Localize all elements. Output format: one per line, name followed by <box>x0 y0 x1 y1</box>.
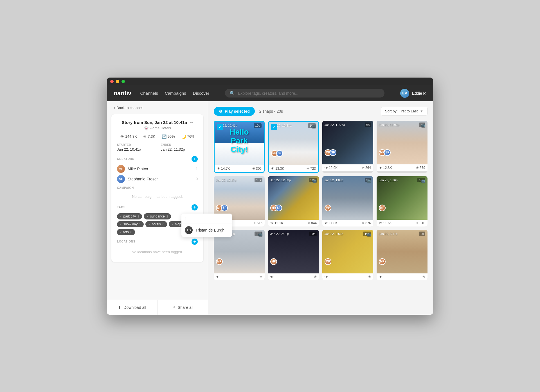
snapchat-icon: 👻 <box>144 126 148 130</box>
share-all-button[interactable]: ↗ Share all <box>158 300 208 315</box>
tag-tots[interactable]: × tots 0 <box>117 229 135 235</box>
download-all-button[interactable]: ⬇ Download all <box>107 300 158 315</box>
app-logo: naritiv <box>114 90 131 97</box>
snap-card-8[interactable]: Jan 22, 1:51p 10s 📹 MP 👁 ✳ <box>214 230 265 280</box>
video-icon-1: 📹 <box>311 124 316 128</box>
snap-checkbox-0[interactable]: ✓ <box>217 124 223 130</box>
close-button[interactable] <box>110 80 114 83</box>
video-icon-8: 📹 <box>258 232 262 237</box>
snap-card-2[interactable]: Jan 22, 11:25a 6s MP SF 👁 12.9K <box>322 121 373 173</box>
snap-card-3[interactable]: Jan 22, 12:02p 8s 📹 MP SF 👁 12.8K <box>377 121 428 173</box>
sort-dropdown[interactable]: Sort by: First to Last ▼ <box>381 107 428 115</box>
add-tag-button[interactable]: + <box>192 204 198 210</box>
snap-views-6: 👁 11.8K <box>325 221 338 225</box>
tags-header: TAGS + <box>117 204 198 210</box>
remove-tag-hotels[interactable]: × <box>148 223 150 226</box>
snap-card-11[interactable]: Jan 22, 3:17p 9s MP 👁 ✳ <box>377 230 428 280</box>
snap-views-8: 👁 <box>216 275 219 279</box>
chevron-down-icon: ▼ <box>420 109 423 113</box>
star-icon-small: ✳ <box>416 221 419 225</box>
snap-creators-11: MP <box>379 258 384 265</box>
remove-tag-park-city[interactable]: × <box>120 215 122 218</box>
creator-avatar-stephanie: SF <box>117 175 125 183</box>
snap-card-6[interactable]: Jan 22, 1:09p 6s 📹 MP 👁 11.8K <box>322 176 373 226</box>
snap-card-5[interactable]: Jan 22, 12:53p 10s 📹 MP SF 👁 12.1K <box>268 176 319 226</box>
snap-likes-8: ✳ <box>260 275 262 279</box>
snap-header-6: Jan 22, 1:09p 6s <box>322 176 373 183</box>
snap-thumbnail-10: Jan 22, 2:53p 10s 📹 MP <box>322 230 373 273</box>
maximize-button[interactable] <box>122 80 125 83</box>
creator-thumb-5b: SF <box>275 205 282 211</box>
locations-section: LOCATIONS + No locations have been tagge… <box>117 239 198 256</box>
snap-creators-5: MP SF <box>270 205 280 211</box>
story-title: Story from Sun, Jan 22 at 10:41a ✏ <box>117 120 198 125</box>
remove-tag-snow-day[interactable]: × <box>120 223 122 226</box>
nav-links: Channels Campaigns Discover <box>140 91 210 96</box>
story-card: Story from Sun, Jan 22 at 10:41a ✏ 👻 Acm… <box>111 114 203 262</box>
app-window: naritiv Channels Campaigns Discover 🔍 EP… <box>107 78 433 315</box>
snap-header-2: Jan 22, 11:25a 6s <box>322 121 373 128</box>
minimize-button[interactable] <box>116 80 119 83</box>
video-icon-7: 📹 <box>420 178 425 183</box>
creator-thumb-9a: MP <box>270 258 277 265</box>
started-label: STARTED <box>117 143 154 146</box>
end-date-group: ENDED Jan 22, 11:32p <box>161 143 198 151</box>
snap-date-9: Jan 22, 2:12p <box>270 232 289 235</box>
locations-label: LOCATIONS <box>117 240 135 243</box>
tag-park-city[interactable]: × park city 2 <box>117 213 142 219</box>
snap-creators-3: MP SF <box>379 149 389 156</box>
snap-date-4: Jan 22, 12:37p <box>216 178 237 182</box>
remove-tag-sundance[interactable]: × <box>147 215 148 218</box>
nav-campaigns[interactable]: Campaigns <box>165 91 186 96</box>
snap-views-9: 👁 <box>270 275 274 279</box>
snap-thumbnail-0: Jan 22, 10:41a 10s ✓ HelloParkCity! <box>215 122 264 165</box>
remove-tag-tots[interactable]: × <box>120 230 122 234</box>
snap-card-10[interactable]: Jan 22, 2:53p 10s 📹 MP 👁 ✳ <box>322 230 373 280</box>
panel-header: ⚙ Play selected 2 snaps • 20s Sort by: F… <box>214 107 428 116</box>
play-selected-button[interactable]: ⚙ Play selected <box>214 107 255 116</box>
play-grid-icon: ⚙ <box>219 109 222 114</box>
search-input[interactable] <box>238 91 380 96</box>
remove-tag-slopestyle[interactable]: × <box>172 223 173 226</box>
navbar: naritiv Channels Campaigns Discover 🔍 EP… <box>107 85 433 101</box>
snap-thumbnail-4: Jan 22, 12:37p 10s MP SF <box>214 176 265 220</box>
snap-duration-0: 10s <box>254 123 262 128</box>
snap-card-9[interactable]: Jan 22, 2:12p 10s MP 👁 ✳ <box>268 230 319 280</box>
nav-channels[interactable]: Channels <box>140 91 158 96</box>
snap-likes-6: ✳ 376 <box>362 221 371 225</box>
snap-date-7: Jan 22, 1:26p <box>379 178 398 182</box>
snap-stats-9: 👁 ✳ <box>268 273 319 280</box>
ended-value: Jan 22, 11:32p <box>161 147 198 151</box>
snap-date-6: Jan 22, 1:09p <box>325 178 343 182</box>
snap-card-0[interactable]: Jan 22, 10:41a 10s ✓ HelloParkCity! 👁 14… <box>214 121 265 173</box>
snap-duration-2: 6s <box>365 123 371 127</box>
snap-creators-6: MP <box>325 205 330 211</box>
nav-discover[interactable]: Discover <box>193 91 209 96</box>
back-to-channel[interactable]: ‹ Back to channel <box>107 101 208 112</box>
video-icon-10: 📹 <box>366 232 371 237</box>
snap-likes-9: ✳ <box>314 275 317 279</box>
snap-card-7[interactable]: Jan 22, 1:26p 10s 📹 MP 👁 11.6K <box>377 176 428 226</box>
add-location-button[interactable]: + <box>192 239 198 245</box>
stat-night: 🌙 76% <box>181 134 195 139</box>
eye-icon-small: 👁 <box>379 275 382 279</box>
eye-icon-small: 👁 <box>216 275 219 279</box>
eye-icon-small: 👁 <box>270 221 274 225</box>
add-creator-button[interactable]: + <box>192 156 198 162</box>
creator-thumb-2b: SF <box>330 149 336 156</box>
snap-thumbnail-1: Jan 22, 10:53a 10s ✓ 📹 MP SF <box>269 122 318 165</box>
star-icon-small: ✳ <box>307 167 309 171</box>
edit-icon[interactable]: ✏ <box>190 121 193 125</box>
snap-thumbnail-7: Jan 22, 1:26p 10s 📹 MP <box>377 176 428 220</box>
autocomplete-suggestion[interactable]: TD Tristan de Burgh <box>181 223 232 237</box>
snap-card-1[interactable]: Jan 22, 10:53a 10s ✓ 📹 MP SF 👁 <box>268 121 319 173</box>
snap-date-3: Jan 22, 12:02p <box>379 123 399 126</box>
suggestion-avatar: TD <box>185 226 193 234</box>
creators-header: CREATORS + <box>117 156 198 162</box>
snap-views-5: 👁 12.1K <box>270 221 283 225</box>
tag-sundance[interactable]: × sundance 2 <box>144 213 171 219</box>
tag-hotels[interactable]: × hotels 0 <box>145 221 167 227</box>
tag-snow-day[interactable]: × snow day 1 <box>117 221 144 227</box>
snap-checkbox-1[interactable]: ✓ <box>271 124 277 130</box>
autocomplete-input[interactable] <box>185 216 229 221</box>
